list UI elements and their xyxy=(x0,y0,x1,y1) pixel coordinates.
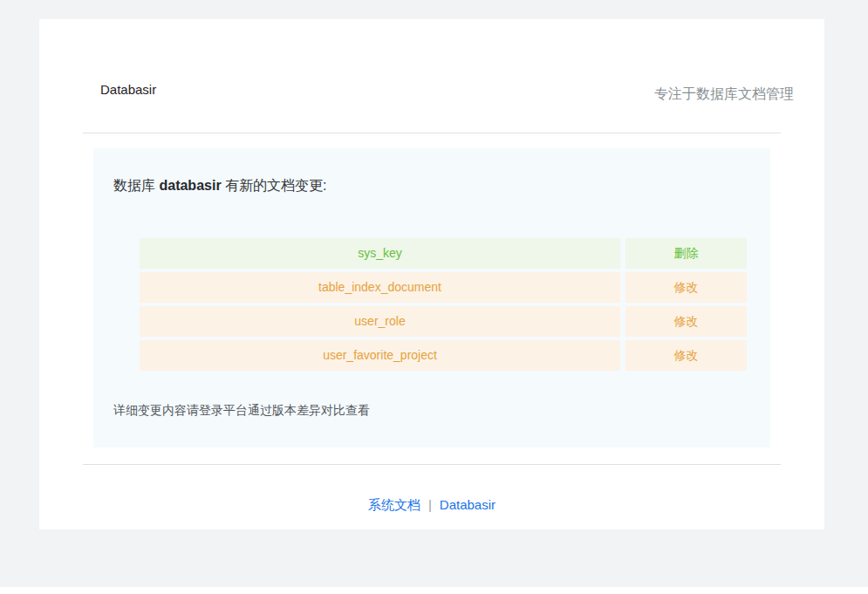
brand-title: Databasir xyxy=(100,82,156,97)
footer-link-separator: | xyxy=(428,497,432,512)
email-card: Databasir 专注于数据库文档管理 数据库databasir有新的文档变更… xyxy=(39,19,824,529)
footer-link-databasir[interactable]: Databasir xyxy=(440,497,496,512)
table-name-cell: user_role xyxy=(140,306,620,337)
operation-cell: 删除 xyxy=(625,238,747,269)
table-name-cell: user_favorite_project xyxy=(140,340,620,371)
database-name: databasir xyxy=(159,178,221,193)
operation-cell: 修改 xyxy=(625,340,747,371)
brand-tagline: 专注于数据库文档管理 xyxy=(654,85,794,104)
notice-title-suffix: 有新的文档变更: xyxy=(225,178,326,193)
header-divider xyxy=(83,133,781,133)
notice-note: 详细变更内容请登录平台通过版本差异对比查看 xyxy=(113,401,370,419)
changes-table: sys_key删除table_index_document修改user_role… xyxy=(140,238,747,371)
table-name-cell: table_index_document xyxy=(140,272,620,303)
footer: 系统文档|Databasir xyxy=(39,495,824,514)
operation-cell: 修改 xyxy=(625,272,747,303)
footer-divider xyxy=(83,464,781,465)
notice-box: 数据库databasir有新的文档变更: sys_key删除table_inde… xyxy=(93,148,770,447)
footer-link-system-docs[interactable]: 系统文档 xyxy=(368,497,420,512)
operation-cell: 修改 xyxy=(625,306,747,337)
notice-title: 数据库databasir有新的文档变更: xyxy=(113,176,327,195)
table-name-cell: sys_key xyxy=(140,238,620,269)
notice-title-prefix: 数据库 xyxy=(113,178,155,193)
